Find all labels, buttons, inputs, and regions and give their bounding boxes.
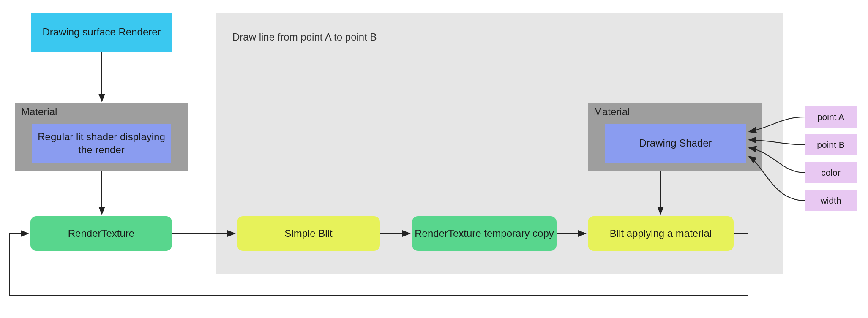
node-param-point-a: point A (805, 106, 857, 128)
node-lit-shader: Regular lit shader displaying the render (32, 124, 171, 163)
material-label-left: Material (21, 106, 57, 118)
node-param-point-b: point B (805, 134, 857, 155)
node-drawing-shader: Drawing Shader (605, 124, 746, 163)
node-render-texture: RenderTexture (30, 216, 172, 251)
node-param-width: width (805, 190, 857, 211)
node-drawing-surface-renderer: Drawing surface Renderer (31, 13, 172, 52)
node-simple-blit: Simple Blit (237, 216, 380, 251)
node-blit-apply-material: Blit applying a material (588, 216, 734, 251)
node-param-color: color (805, 162, 857, 183)
group-title: Draw line from point A to point B (232, 31, 570, 43)
node-rt-temp-copy: RenderTexture temporary copy (412, 216, 557, 251)
material-label-right: Material (594, 106, 630, 118)
